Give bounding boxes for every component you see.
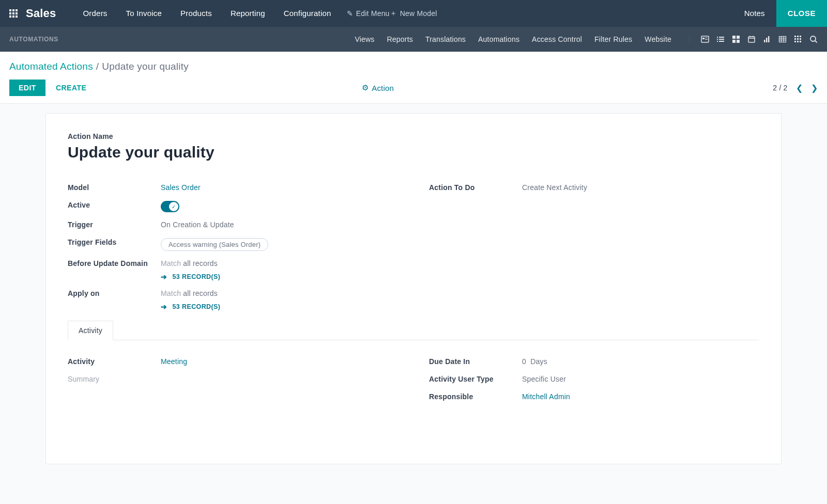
match-suffix: all records xyxy=(181,259,218,267)
due-number: 0 xyxy=(522,357,526,366)
notes-link[interactable]: Notes xyxy=(733,0,776,27)
close-button[interactable]: CLOSE xyxy=(776,0,827,27)
tab-col-right: Due Date In 0 Days Activity User Type Sp… xyxy=(429,353,759,405)
responsible-value[interactable]: Mitchell Admin xyxy=(522,392,570,401)
pager-prev[interactable]: ❮ xyxy=(796,83,803,93)
pager: 2 / 2 ❮ ❯ xyxy=(773,83,818,93)
edit-menu-link[interactable]: ✎Edit Menu xyxy=(347,9,390,18)
kanban-view-icon[interactable] xyxy=(732,35,740,43)
due-value: 0 Days xyxy=(522,357,547,366)
grid-view-icon[interactable] xyxy=(778,35,787,43)
match-prefix: Match xyxy=(161,259,181,267)
subnav-access-control[interactable]: Access Control xyxy=(526,27,588,52)
svg-rect-12 xyxy=(732,40,736,43)
breadcrumb-sep: / xyxy=(96,61,99,72)
apply-on-records-link[interactable]: ➔53 RECORD(S) xyxy=(161,303,220,311)
svg-rect-31 xyxy=(800,38,801,40)
active-toggle[interactable]: ✓ xyxy=(161,201,179,212)
svg-rect-2 xyxy=(705,38,708,38)
graph-view-icon[interactable] xyxy=(763,35,771,43)
trigger-label: Trigger xyxy=(68,219,161,229)
match-prefix-2: Match xyxy=(161,289,181,297)
before-domain-label: Before Update Domain xyxy=(68,258,161,267)
svg-rect-30 xyxy=(797,38,799,40)
svg-rect-4 xyxy=(717,37,718,38)
calendar-view-icon[interactable] xyxy=(747,35,756,43)
active-label: Active xyxy=(68,200,161,209)
breadcrumb-leaf: Update your quality xyxy=(102,61,189,72)
user-type-value: Specific User xyxy=(522,375,566,383)
pivot-view-icon[interactable] xyxy=(794,35,802,43)
row-due: Due Date In 0 Days xyxy=(429,353,759,370)
create-button[interactable]: CREATE xyxy=(47,80,96,96)
model-label: Model xyxy=(68,182,161,192)
arrow-right-icon: ➔ xyxy=(161,273,167,281)
row-model: Model Sales Order xyxy=(68,179,398,196)
subnav-automations[interactable]: Automations xyxy=(472,27,526,52)
svg-rect-21 xyxy=(779,36,786,42)
action-dropdown-label: Action xyxy=(372,84,394,92)
search-icon[interactable] xyxy=(809,35,818,43)
plus-icon: ＋ xyxy=(390,9,397,18)
action-dropdown[interactable]: ⚙ Action xyxy=(362,83,394,92)
trigger-fields-value: Access warning (Sales Order) xyxy=(161,237,268,251)
apply-on-label: Apply on xyxy=(68,288,161,297)
subnav-reports[interactable]: Reports xyxy=(381,27,419,52)
row-user-type: Activity User Type Specific User xyxy=(429,370,759,388)
nav-products[interactable]: Products xyxy=(171,0,221,27)
before-domain-value: Match all records ➔53 RECORD(S) xyxy=(161,258,220,281)
nav-configuration[interactable]: Configuration xyxy=(274,0,341,27)
tab-col-left: Activity Meeting Summary xyxy=(68,353,398,405)
summary-label: Summary xyxy=(68,375,161,383)
records-count-2: 53 RECORD(S) xyxy=(172,303,220,310)
apps-icon[interactable] xyxy=(9,9,18,18)
subbar-title: AUTOMATIONS xyxy=(9,36,58,43)
svg-rect-1 xyxy=(702,38,705,39)
nav-to-invoice[interactable]: To Invoice xyxy=(117,0,172,27)
app-brand[interactable]: Sales xyxy=(26,7,56,20)
pager-next[interactable]: ❯ xyxy=(811,83,818,93)
form-grid: Model Sales Order Active ✓ Trigger On Cr… xyxy=(68,179,759,314)
action-row: EDIT CREATE ⚙ Action 2 / 2 ❮ ❯ xyxy=(0,75,827,103)
subnav-website[interactable]: Website xyxy=(638,27,678,52)
action-todo-label: Action To Do xyxy=(429,182,522,192)
check-icon: ✓ xyxy=(169,202,178,211)
svg-rect-11 xyxy=(737,36,740,39)
records-count: 53 RECORD(S) xyxy=(172,273,220,280)
edit-button[interactable]: EDIT xyxy=(9,80,45,96)
view-switch-icons xyxy=(689,35,818,43)
pager-count[interactable]: 2 / 2 xyxy=(773,84,787,92)
record-title: Update your quality xyxy=(68,144,759,161)
model-value[interactable]: Sales Order xyxy=(161,182,201,192)
new-model-label: New Model xyxy=(400,9,437,18)
list-view-icon[interactable] xyxy=(716,35,725,43)
arrow-right-icon-2: ➔ xyxy=(161,303,167,311)
due-unit: Days xyxy=(530,357,547,366)
nav-orders[interactable]: Orders xyxy=(74,0,117,27)
action-todo-value: Create Next Activity xyxy=(522,182,587,192)
action-name-label: Action Name xyxy=(68,132,759,140)
before-domain-records-link[interactable]: ➔53 RECORD(S) xyxy=(161,273,220,281)
subnav-filter-rules[interactable]: Filter Rules xyxy=(588,27,638,52)
form-view-icon[interactable] xyxy=(701,35,709,43)
svg-rect-13 xyxy=(737,40,740,43)
user-type-label: Activity User Type xyxy=(429,375,522,383)
match-suffix-2: all records xyxy=(181,289,218,297)
tab-bar: Activity xyxy=(68,321,759,340)
activity-value[interactable]: Meeting xyxy=(161,357,187,366)
subnav-views[interactable]: Views xyxy=(348,27,380,52)
trigger-fields-label: Trigger Fields xyxy=(68,237,161,246)
breadcrumb-root[interactable]: Automated Actions xyxy=(9,61,93,72)
trigger-field-tag[interactable]: Access warning (Sales Order) xyxy=(161,238,268,251)
subnav-translations[interactable]: Translations xyxy=(419,27,472,52)
row-responsible: Responsible Mitchell Admin xyxy=(429,388,759,405)
row-before-domain: Before Update Domain Match all records ➔… xyxy=(68,255,398,285)
new-model-link[interactable]: ＋New Model xyxy=(390,9,437,18)
tab-activity[interactable]: Activity xyxy=(68,321,113,340)
nav-reporting[interactable]: Reporting xyxy=(221,0,274,27)
svg-rect-34 xyxy=(800,41,801,42)
trigger-value: On Creation & Update xyxy=(161,219,234,229)
breadcrumb: Automated Actions / Update your quality xyxy=(0,52,827,75)
form-sheet: Action Name Update your quality Model Sa… xyxy=(45,113,782,464)
svg-rect-33 xyxy=(797,41,799,42)
